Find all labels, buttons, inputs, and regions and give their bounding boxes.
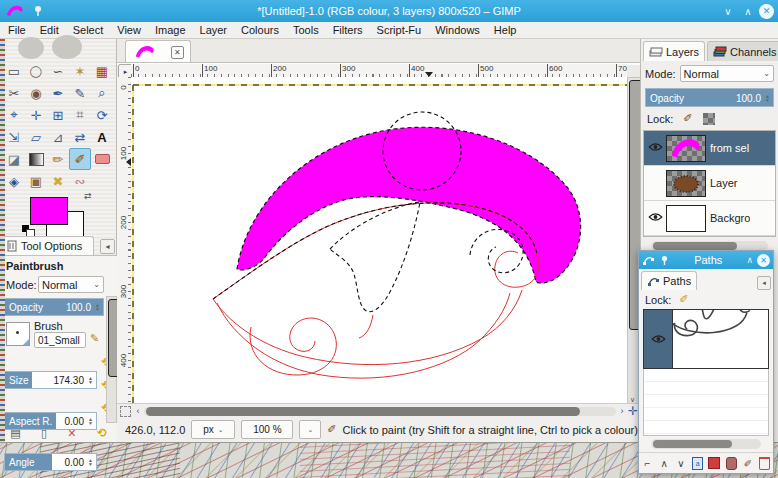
menu-windows[interactable]: Windows xyxy=(435,24,480,36)
restore-options-button[interactable]: ▯ xyxy=(41,427,47,440)
image-tab-close-icon[interactable]: ✕ xyxy=(171,46,184,59)
brush-edit-icon[interactable]: ✎ xyxy=(90,332,99,345)
tool-eraser[interactable] xyxy=(91,148,113,170)
vertical-ruler[interactable]: 0 100 200 300 400 xyxy=(117,77,132,403)
tab-layers[interactable]: Layers xyxy=(643,41,705,61)
tool-free-select[interactable]: ∽ xyxy=(47,60,69,82)
zoom-select[interactable]: 100 % xyxy=(241,420,293,439)
reset-options-button[interactable]: ⟲ xyxy=(97,426,107,440)
tool-heal[interactable]: ✖ xyxy=(47,170,69,192)
image-tab[interactable]: ✕ xyxy=(125,40,191,63)
scroll-right-icon[interactable]: › xyxy=(618,406,626,416)
tool-rotate[interactable]: ⟳ xyxy=(91,104,113,126)
path-to-selection-button[interactable] xyxy=(707,456,721,470)
tool-clone[interactable]: ▣ xyxy=(25,170,47,192)
tab-channels[interactable]: Channels xyxy=(707,41,778,61)
menu-tools[interactable]: Tools xyxy=(293,24,319,36)
tool-shear[interactable]: ▱ xyxy=(25,126,47,148)
menu-file[interactable]: File xyxy=(8,24,26,36)
tool-move[interactable]: ✛ xyxy=(25,104,47,126)
tool-select-by-colour[interactable]: ▦ xyxy=(91,60,113,82)
tool-text[interactable]: A xyxy=(91,126,113,148)
title-bar[interactable]: *[Untitled]-1.0 (RGB colour, 3 layers) 8… xyxy=(0,0,778,22)
menu-scriptfu[interactable]: Script-Fu xyxy=(377,24,422,36)
foreground-color-swatch[interactable] xyxy=(30,197,68,225)
tool-options-menu-button[interactable]: ◂ xyxy=(100,239,115,254)
close-button[interactable]: ✕ xyxy=(759,4,774,19)
menu-image[interactable]: Image xyxy=(155,24,186,36)
collapse-icon[interactable]: ∧ xyxy=(746,255,753,265)
horizontal-ruler[interactable]: 0 100 200 300 400 500 600 700 xyxy=(131,64,627,78)
angle-spin[interactable]: ▲▼ xyxy=(86,454,95,470)
paths-close-button[interactable]: ✕ xyxy=(757,254,770,267)
tool-gradient[interactable] xyxy=(25,148,47,170)
delete-path-button[interactable] xyxy=(758,456,772,470)
save-options-button[interactable]: ▤ xyxy=(10,427,20,440)
zoom-chevron[interactable]: ⌄ xyxy=(299,420,321,439)
layer-mode-select[interactable]: Normal ⌄ xyxy=(680,65,774,82)
swap-colors-icon[interactable]: ⇄ xyxy=(84,191,92,201)
tool-measure[interactable]: ⌖ xyxy=(3,104,25,126)
default-colors-icon[interactable] xyxy=(22,225,33,236)
minimize-button[interactable]: ∨ xyxy=(719,3,737,19)
delete-options-button[interactable]: ✕ xyxy=(67,427,76,440)
paint-mode-select[interactable]: Normal ⌄ xyxy=(38,276,104,293)
layer-opacity-slider[interactable]: Opacity 100.0 ▲▼ xyxy=(645,88,774,107)
tab-paths[interactable]: Paths xyxy=(641,271,697,290)
canvas-viewport[interactable] xyxy=(131,77,627,403)
menu-select[interactable]: Select xyxy=(73,24,104,36)
menu-filters[interactable]: Filters xyxy=(333,24,363,36)
tab-tool-options[interactable]: Tool Options xyxy=(2,236,94,255)
tool-flip[interactable]: ⇄ xyxy=(69,126,91,148)
tool-options-scrollbar[interactable] xyxy=(106,296,117,423)
layer-row-layer[interactable]: Layer xyxy=(644,166,775,201)
lock-alpha-icon[interactable] xyxy=(703,113,715,125)
tool-fuzzy-select[interactable]: ✶ xyxy=(69,60,91,82)
tool-smudge[interactable]: ∾ xyxy=(69,170,91,192)
layer-row-from-sel[interactable]: from sel xyxy=(644,131,775,166)
visibility-eye-icon[interactable] xyxy=(644,310,672,368)
brush-name-field[interactable]: 01_Small xyxy=(34,332,86,348)
layer-row-background[interactable]: Backgro xyxy=(644,201,775,236)
tool-colour-picker[interactable]: ✎ xyxy=(69,82,91,104)
menu-colours[interactable]: Colours xyxy=(241,24,279,36)
tool-scale[interactable]: ⇲ xyxy=(3,126,25,148)
quick-mask-toggle[interactable] xyxy=(120,406,131,417)
opacity-spin[interactable]: ▲▼ xyxy=(93,299,102,315)
size-slider[interactable]: Size 174.30 ▲▼ xyxy=(4,371,97,389)
paths-title-bar[interactable]: Paths ∧ ✕ xyxy=(639,251,773,269)
tool-foreground-select[interactable]: ◉ xyxy=(25,82,47,104)
tool-pencil[interactable]: ✏ xyxy=(47,148,69,170)
tool-crop[interactable]: ⌗ xyxy=(69,104,91,126)
tool-zoom[interactable]: ⌕ xyxy=(91,82,113,104)
unit-select[interactable]: px ⌄ xyxy=(191,420,235,439)
brush-preview[interactable] xyxy=(6,322,30,346)
tool-paintbrush[interactable]: ✐ xyxy=(69,148,91,170)
stroke-path-button[interactable]: ✐ xyxy=(741,456,755,470)
size-spin[interactable]: ▲▼ xyxy=(86,372,95,388)
paths-lock-icon[interactable]: ✐ xyxy=(679,293,688,306)
raise-path-button[interactable]: ∧ xyxy=(657,456,671,470)
tool-rectangle-select[interactable]: ▭ xyxy=(3,60,25,82)
paths-list-scrollbar[interactable] xyxy=(651,439,761,449)
pin-icon[interactable] xyxy=(659,255,670,266)
scroll-left-icon[interactable]: ‹ xyxy=(134,406,142,416)
menu-view[interactable]: View xyxy=(117,24,141,36)
opacity-slider[interactable]: Opacity 100.0 ▲▼ xyxy=(4,298,104,316)
tool-scissors-select[interactable]: ✂ xyxy=(3,82,25,104)
tool-ellipse-select[interactable]: ◯ xyxy=(25,60,47,82)
canvas-horizontal-scrollbar[interactable] xyxy=(144,407,616,416)
tool-paths[interactable]: ✒ xyxy=(47,82,69,104)
angle-slider[interactable]: Angle 0.00 ▲▼ xyxy=(4,453,97,471)
tool-perspective[interactable]: ⊿ xyxy=(47,126,69,148)
menu-edit[interactable]: Edit xyxy=(40,24,59,36)
menu-layer[interactable]: Layer xyxy=(200,24,228,36)
tool-ink[interactable]: ◈ xyxy=(3,170,25,192)
menu-help[interactable]: Help xyxy=(494,24,517,36)
paths-menu-button[interactable]: ◂ xyxy=(757,276,771,290)
selection-to-path-button[interactable] xyxy=(724,456,738,470)
maximize-button[interactable]: ∧ xyxy=(739,3,757,19)
duplicate-path-button[interactable]: a xyxy=(691,456,705,470)
new-path-button[interactable]: ⌐ xyxy=(640,456,654,470)
lower-path-button[interactable]: ∨ xyxy=(674,456,688,470)
